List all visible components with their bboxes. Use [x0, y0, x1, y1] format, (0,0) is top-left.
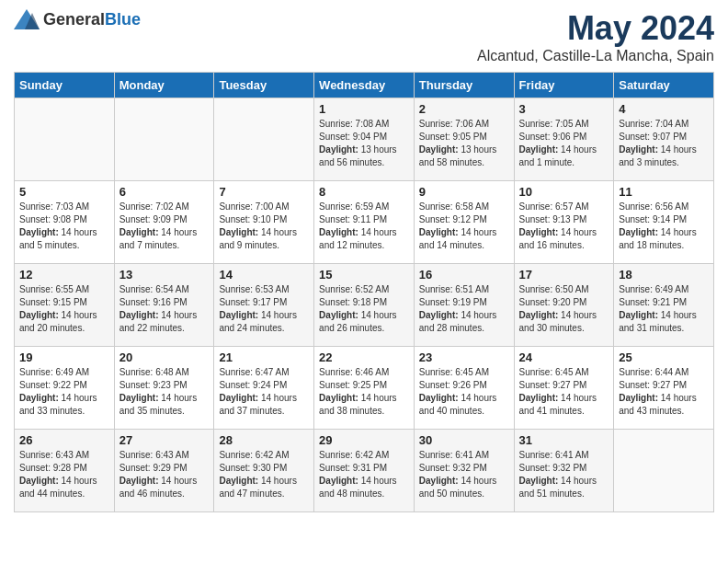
- calendar-cell: 6Sunrise: 7:02 AMSunset: 9:09 PMDaylight…: [114, 181, 214, 264]
- day-number: 26: [19, 433, 109, 447]
- day-number: 23: [419, 350, 509, 364]
- header-cell-saturday: Saturday: [614, 73, 714, 98]
- calendar-cell: 18Sunrise: 6:49 AMSunset: 9:21 PMDayligh…: [614, 264, 714, 347]
- calendar-cell: 31Sunrise: 6:41 AMSunset: 9:32 PMDayligh…: [514, 430, 614, 512]
- cell-info: Sunrise: 6:45 AMSunset: 9:27 PMDaylight:…: [519, 366, 609, 418]
- day-number: 12: [19, 268, 109, 282]
- calendar-week-0: 1Sunrise: 7:08 AMSunset: 9:04 PMDaylight…: [15, 98, 714, 181]
- cell-info: Sunrise: 6:42 AMSunset: 9:30 PMDaylight:…: [219, 449, 309, 500]
- calendar-cell: 9Sunrise: 6:58 AMSunset: 9:12 PMDaylight…: [414, 181, 514, 264]
- calendar-week-4: 26Sunrise: 6:43 AMSunset: 9:28 PMDayligh…: [15, 430, 714, 512]
- calendar-cell: 14Sunrise: 6:53 AMSunset: 9:17 PMDayligh…: [214, 264, 314, 347]
- day-number: 1: [319, 102, 409, 116]
- calendar-table: SundayMondayTuesdayWednesdayThursdayFrid…: [14, 72, 714, 512]
- day-number: 27: [119, 433, 210, 447]
- cell-info: Sunrise: 6:43 AMSunset: 9:28 PMDaylight:…: [19, 449, 109, 500]
- calendar-cell: 17Sunrise: 6:50 AMSunset: 9:20 PMDayligh…: [514, 264, 614, 347]
- day-number: 14: [219, 268, 309, 282]
- cell-info: Sunrise: 6:43 AMSunset: 9:29 PMDaylight:…: [119, 449, 210, 500]
- day-number: 4: [619, 102, 709, 116]
- logo-icon: [14, 9, 40, 29]
- cell-info: Sunrise: 7:03 AMSunset: 9:08 PMDaylight:…: [19, 201, 109, 252]
- title-area: May 2024 Alcantud, Castille-La Mancha, S…: [477, 9, 714, 64]
- calendar-header: SundayMondayTuesdayWednesdayThursdayFrid…: [15, 73, 714, 98]
- cell-info: Sunrise: 6:48 AMSunset: 9:23 PMDaylight:…: [119, 366, 210, 418]
- day-number: 13: [119, 268, 210, 282]
- cell-info: Sunrise: 6:44 AMSunset: 9:27 PMDaylight:…: [619, 366, 709, 418]
- calendar-cell: 10Sunrise: 6:57 AMSunset: 9:13 PMDayligh…: [514, 181, 614, 264]
- header-cell-wednesday: Wednesday: [314, 73, 415, 98]
- calendar-cell: 25Sunrise: 6:44 AMSunset: 9:27 PMDayligh…: [614, 347, 714, 430]
- calendar-cell: [15, 98, 115, 181]
- day-number: 21: [219, 350, 309, 364]
- calendar-cell: 27Sunrise: 6:43 AMSunset: 9:29 PMDayligh…: [114, 430, 214, 512]
- header-cell-friday: Friday: [514, 73, 614, 98]
- cell-info: Sunrise: 6:45 AMSunset: 9:26 PMDaylight:…: [419, 366, 509, 418]
- calendar-cell: 11Sunrise: 6:56 AMSunset: 9:14 PMDayligh…: [614, 181, 714, 264]
- day-number: 11: [619, 185, 709, 199]
- day-number: 10: [519, 185, 609, 199]
- location-title: Alcantud, Castille-La Mancha, Spain: [477, 48, 714, 64]
- page-header: GeneralBlue May 2024 Alcantud, Castille-…: [14, 9, 714, 64]
- calendar-cell: 26Sunrise: 6:43 AMSunset: 9:28 PMDayligh…: [15, 430, 115, 512]
- logo-blue: Blue: [105, 10, 141, 29]
- calendar-cell: 28Sunrise: 6:42 AMSunset: 9:30 PMDayligh…: [214, 430, 314, 512]
- calendar-cell: 29Sunrise: 6:42 AMSunset: 9:31 PMDayligh…: [314, 430, 415, 512]
- cell-info: Sunrise: 6:41 AMSunset: 9:32 PMDaylight:…: [419, 449, 509, 500]
- cell-info: Sunrise: 7:05 AMSunset: 9:06 PMDaylight:…: [519, 118, 609, 169]
- logo-text: GeneralBlue: [43, 10, 141, 29]
- calendar-cell: 19Sunrise: 6:49 AMSunset: 9:22 PMDayligh…: [15, 347, 115, 430]
- calendar-cell: 30Sunrise: 6:41 AMSunset: 9:32 PMDayligh…: [414, 430, 514, 512]
- cell-info: Sunrise: 6:41 AMSunset: 9:32 PMDaylight:…: [519, 449, 609, 500]
- month-title: May 2024: [477, 9, 714, 48]
- calendar-cell: 16Sunrise: 6:51 AMSunset: 9:19 PMDayligh…: [414, 264, 514, 347]
- cell-info: Sunrise: 6:50 AMSunset: 9:20 PMDaylight:…: [519, 283, 609, 335]
- calendar-cell: 5Sunrise: 7:03 AMSunset: 9:08 PMDaylight…: [15, 181, 115, 264]
- calendar-cell: 20Sunrise: 6:48 AMSunset: 9:23 PMDayligh…: [114, 347, 214, 430]
- calendar-cell: 24Sunrise: 6:45 AMSunset: 9:27 PMDayligh…: [514, 347, 614, 430]
- cell-info: Sunrise: 7:06 AMSunset: 9:05 PMDaylight:…: [419, 118, 509, 169]
- header-cell-sunday: Sunday: [15, 73, 115, 98]
- cell-info: Sunrise: 7:00 AMSunset: 9:10 PMDaylight:…: [219, 201, 309, 252]
- calendar-week-3: 19Sunrise: 6:49 AMSunset: 9:22 PMDayligh…: [15, 347, 714, 430]
- day-number: 17: [519, 268, 609, 282]
- logo: GeneralBlue: [14, 9, 141, 29]
- cell-info: Sunrise: 6:42 AMSunset: 9:31 PMDaylight:…: [319, 449, 409, 500]
- calendar-cell: 12Sunrise: 6:55 AMSunset: 9:15 PMDayligh…: [15, 264, 115, 347]
- day-number: 25: [619, 350, 709, 364]
- day-number: 22: [319, 350, 409, 364]
- calendar-cell: [214, 98, 314, 181]
- cell-info: Sunrise: 6:53 AMSunset: 9:17 PMDaylight:…: [219, 283, 309, 335]
- calendar-cell: [114, 98, 214, 181]
- calendar-cell: 1Sunrise: 7:08 AMSunset: 9:04 PMDaylight…: [314, 98, 415, 181]
- day-number: 20: [119, 350, 210, 364]
- calendar-cell: 7Sunrise: 7:00 AMSunset: 9:10 PMDaylight…: [214, 181, 314, 264]
- calendar-week-2: 12Sunrise: 6:55 AMSunset: 9:15 PMDayligh…: [15, 264, 714, 347]
- cell-info: Sunrise: 6:56 AMSunset: 9:14 PMDaylight:…: [619, 201, 709, 252]
- cell-info: Sunrise: 6:46 AMSunset: 9:25 PMDaylight:…: [319, 366, 409, 418]
- cell-info: Sunrise: 6:51 AMSunset: 9:19 PMDaylight:…: [419, 283, 509, 335]
- cell-info: Sunrise: 7:08 AMSunset: 9:04 PMDaylight:…: [319, 118, 409, 169]
- header-cell-monday: Monday: [114, 73, 214, 98]
- cell-info: Sunrise: 6:49 AMSunset: 9:21 PMDaylight:…: [619, 283, 709, 335]
- cell-info: Sunrise: 6:54 AMSunset: 9:16 PMDaylight:…: [119, 283, 210, 335]
- day-number: 31: [519, 433, 609, 447]
- calendar-cell: 15Sunrise: 6:52 AMSunset: 9:18 PMDayligh…: [314, 264, 415, 347]
- day-number: 9: [419, 185, 509, 199]
- day-number: 15: [319, 268, 409, 282]
- day-number: 8: [319, 185, 409, 199]
- calendar-cell: 8Sunrise: 6:59 AMSunset: 9:11 PMDaylight…: [314, 181, 415, 264]
- cell-info: Sunrise: 6:49 AMSunset: 9:22 PMDaylight:…: [19, 366, 109, 418]
- cell-info: Sunrise: 6:55 AMSunset: 9:15 PMDaylight:…: [19, 283, 109, 335]
- day-number: 2: [419, 102, 509, 116]
- cell-info: Sunrise: 7:02 AMSunset: 9:09 PMDaylight:…: [119, 201, 210, 252]
- cell-info: Sunrise: 6:58 AMSunset: 9:12 PMDaylight:…: [419, 201, 509, 252]
- cell-info: Sunrise: 6:52 AMSunset: 9:18 PMDaylight:…: [319, 283, 409, 335]
- day-number: 5: [19, 185, 109, 199]
- header-cell-tuesday: Tuesday: [214, 73, 314, 98]
- day-number: 30: [419, 433, 509, 447]
- cell-info: Sunrise: 7:04 AMSunset: 9:07 PMDaylight:…: [619, 118, 709, 169]
- calendar-cell: 4Sunrise: 7:04 AMSunset: 9:07 PMDaylight…: [614, 98, 714, 181]
- day-number: 3: [519, 102, 609, 116]
- day-number: 6: [119, 185, 210, 199]
